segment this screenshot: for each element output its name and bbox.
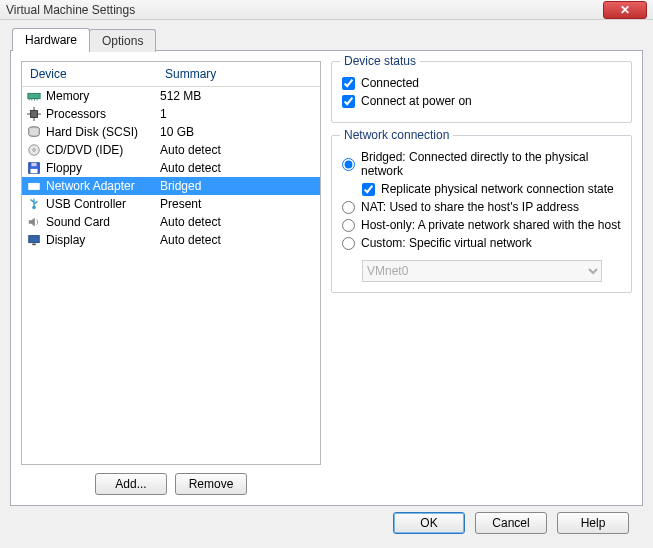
device-name: Processors <box>46 107 160 121</box>
usb-icon <box>26 196 42 212</box>
device-list-pane: Device Summary Memory512 MBProcessors1Ha… <box>21 61 321 495</box>
replicate-checkbox-row[interactable]: Replicate physical network connection st… <box>362 182 621 196</box>
device-name: Display <box>46 233 160 247</box>
device-list-header: Device Summary <box>22 62 320 87</box>
svg-rect-0 <box>28 93 40 98</box>
device-status-legend: Device status <box>340 54 420 68</box>
close-button[interactable]: ✕ <box>603 1 647 19</box>
tab-options[interactable]: Options <box>89 29 156 52</box>
tab-row: Hardware Options <box>12 28 643 51</box>
hostonly-radio[interactable] <box>342 219 355 232</box>
svg-rect-15 <box>31 169 38 173</box>
device-row[interactable]: Hard Disk (SCSI)10 GB <box>22 123 320 141</box>
device-row[interactable]: Network AdapterBridged <box>22 177 320 195</box>
nat-radio[interactable] <box>342 201 355 214</box>
cancel-button[interactable]: Cancel <box>475 512 547 534</box>
bridged-radio[interactable] <box>342 158 355 171</box>
bridged-label: Bridged: Connected directly to the physi… <box>361 150 621 178</box>
device-name: CD/DVD (IDE) <box>46 143 160 157</box>
replicate-checkbox[interactable] <box>362 183 375 196</box>
svg-rect-1 <box>29 99 30 101</box>
vmnet-select[interactable]: VMnet0 <box>362 260 602 282</box>
floppy-icon <box>26 160 42 176</box>
device-name: Floppy <box>46 161 160 175</box>
network-connection-legend: Network connection <box>340 128 453 142</box>
device-row[interactable]: Memory512 MB <box>22 87 320 105</box>
svg-rect-17 <box>31 185 36 188</box>
device-name: Network Adapter <box>46 179 160 193</box>
svg-rect-2 <box>31 99 32 101</box>
device-row[interactable]: Sound CardAuto detect <box>22 213 320 231</box>
connected-checkbox-row[interactable]: Connected <box>342 76 621 90</box>
sound-icon <box>26 214 42 230</box>
help-button[interactable]: Help <box>557 512 629 534</box>
connected-checkbox[interactable] <box>342 77 355 90</box>
connect-poweron-checkbox[interactable] <box>342 95 355 108</box>
device-row[interactable]: FloppyAuto detect <box>22 159 320 177</box>
connected-label: Connected <box>361 76 419 90</box>
svg-rect-22 <box>29 236 40 243</box>
nic-icon <box>26 178 42 194</box>
device-summary: Auto detect <box>160 215 316 229</box>
device-row[interactable]: USB ControllerPresent <box>22 195 320 213</box>
svg-rect-4 <box>37 99 38 101</box>
custom-label: Custom: Specific virtual network <box>361 236 532 250</box>
connect-poweron-checkbox-row[interactable]: Connect at power on <box>342 94 621 108</box>
device-summary: Auto detect <box>160 143 316 157</box>
add-button[interactable]: Add... <box>95 473 167 495</box>
device-status-group: Device status Connected Connect at power… <box>331 61 632 123</box>
nat-label: NAT: Used to share the host's IP address <box>361 200 579 214</box>
connect-poweron-label: Connect at power on <box>361 94 472 108</box>
device-name: Memory <box>46 89 160 103</box>
device-name: Hard Disk (SCSI) <box>46 125 160 139</box>
device-summary: Bridged <box>160 179 316 193</box>
ok-button[interactable]: OK <box>393 512 465 534</box>
hostonly-label: Host-only: A private network shared with… <box>361 218 620 232</box>
window-title: Virtual Machine Settings <box>6 3 135 17</box>
device-row[interactable]: Processors1 <box>22 105 320 123</box>
device-list[interactable]: Device Summary Memory512 MBProcessors1Ha… <box>21 61 321 465</box>
bridged-radio-row[interactable]: Bridged: Connected directly to the physi… <box>342 150 621 178</box>
svg-rect-14 <box>31 163 36 167</box>
device-summary: Auto detect <box>160 233 316 247</box>
device-summary: 10 GB <box>160 125 316 139</box>
hostonly-radio-row[interactable]: Host-only: A private network shared with… <box>342 218 621 232</box>
svg-point-12 <box>33 149 36 152</box>
remove-button[interactable]: Remove <box>175 473 247 495</box>
dialog-footer: OK Cancel Help <box>10 506 643 534</box>
display-icon <box>26 232 42 248</box>
close-icon: ✕ <box>620 3 630 17</box>
column-header-summary[interactable]: Summary <box>157 62 320 86</box>
device-row[interactable]: DisplayAuto detect <box>22 231 320 249</box>
cpu-icon <box>26 106 42 122</box>
nat-radio-row[interactable]: NAT: Used to share the host's IP address <box>342 200 621 214</box>
device-name: Sound Card <box>46 215 160 229</box>
tab-page-hardware: Device Summary Memory512 MBProcessors1Ha… <box>10 50 643 506</box>
device-summary: 512 MB <box>160 89 316 103</box>
svg-rect-5 <box>31 111 38 118</box>
device-summary: Auto detect <box>160 161 316 175</box>
custom-radio[interactable] <box>342 237 355 250</box>
hdd-icon <box>26 124 42 140</box>
custom-radio-row[interactable]: Custom: Specific virtual network <box>342 236 621 250</box>
network-connection-group: Network connection Bridged: Connected di… <box>331 135 632 293</box>
settings-pane: Device status Connected Connect at power… <box>331 61 632 495</box>
svg-rect-23 <box>32 244 36 246</box>
device-name: USB Controller <box>46 197 160 211</box>
cd-icon <box>26 142 42 158</box>
device-row[interactable]: CD/DVD (IDE)Auto detect <box>22 141 320 159</box>
replicate-label: Replicate physical network connection st… <box>381 182 614 196</box>
device-summary: Present <box>160 197 316 211</box>
titlebar: Virtual Machine Settings ✕ <box>0 0 653 20</box>
device-summary: 1 <box>160 107 316 121</box>
svg-rect-3 <box>34 99 35 101</box>
tab-hardware[interactable]: Hardware <box>12 28 90 51</box>
column-header-device[interactable]: Device <box>22 62 157 86</box>
dialog-body: Hardware Options Device Summary Memory51… <box>0 20 653 540</box>
memory-icon <box>26 88 42 104</box>
device-buttons: Add... Remove <box>21 473 321 495</box>
